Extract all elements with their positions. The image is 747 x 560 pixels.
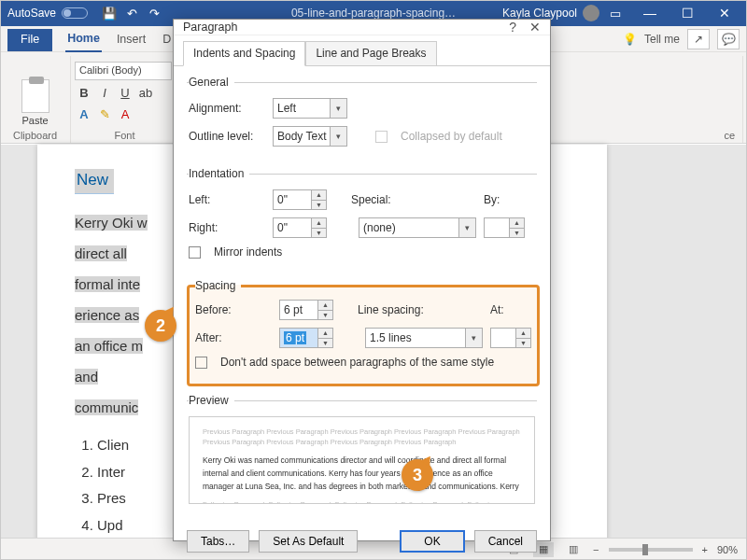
tab-line-page-breaks[interactable]: Line and Page Breaks — [305, 41, 436, 66]
line-spacing-combo[interactable]: 1.5 lines ▾ — [365, 328, 483, 348]
minimize-button[interactable]: — — [631, 0, 669, 26]
font-group: Calibri (Body) B I U ab A ✎ A Font — [71, 56, 183, 143]
italic-button[interactable]: I — [95, 83, 114, 102]
collapsed-checkbox — [375, 131, 388, 143]
after-label: After: — [195, 331, 272, 344]
heading-new: New — [75, 169, 114, 194]
left-indent-label: Left: — [189, 193, 265, 206]
before-spinner[interactable]: 6 pt ▲▼ — [279, 300, 333, 320]
zoom-slider[interactable] — [609, 548, 693, 552]
spacing-legend: Spacing — [195, 279, 241, 292]
chevron-down-icon: ▾ — [330, 99, 346, 118]
before-label: Before: — [195, 303, 272, 316]
clipboard-group: Paste Clipboard — [4, 56, 71, 143]
zoom-in-button[interactable]: + — [702, 544, 708, 555]
save-icon[interactable]: 💾 — [99, 3, 120, 23]
text-effects-button[interactable]: A — [75, 105, 93, 123]
bold-button[interactable]: B — [75, 83, 93, 102]
mirror-indents-label: Mirror indents — [214, 245, 282, 259]
alignment-combo[interactable]: Left ▾ — [273, 98, 347, 119]
preview-prev: Previous Paragraph Previous Paragraph Pr… — [203, 427, 521, 448]
collapsed-label: Collapsed by default — [401, 130, 502, 143]
at-spinner[interactable]: ▲▼ — [490, 328, 531, 348]
zoom-percent[interactable]: 90% — [717, 544, 738, 555]
maximize-button[interactable]: ☐ — [669, 0, 706, 26]
indentation-legend: Indentation — [189, 167, 249, 180]
dialog-button-row: Tabs… Set As Default OK Cancel — [174, 521, 550, 560]
quick-access-toolbar: 💾 ↶ ↷ — [95, 3, 168, 23]
web-layout-icon[interactable]: ▥ — [563, 542, 584, 557]
chevron-down-icon: ▾ — [330, 127, 346, 146]
tabs-button[interactable]: Tabs… — [187, 530, 249, 553]
autosave-label: AutoSave — [7, 7, 56, 20]
tab-file[interactable]: File — [7, 29, 52, 51]
redo-icon[interactable]: ↷ — [144, 3, 164, 23]
dialog-tabs: Indents and Spacing Line and Page Breaks — [174, 35, 550, 66]
preview-body: Kerry Oki was named communications direc… — [203, 454, 521, 494]
tab-home[interactable]: Home — [65, 28, 102, 52]
avatar[interactable] — [583, 5, 599, 21]
by-spinner[interactable]: ▲▼ — [484, 217, 525, 238]
outline-combo[interactable]: Body Text ▾ — [273, 126, 347, 147]
dialog-title: Paragraph — [183, 21, 237, 34]
dialog-body: General Alignment: Left ▾ Outline level:… — [174, 66, 550, 521]
tab-indents-spacing[interactable]: Indents and Spacing — [183, 41, 305, 66]
tell-me-icon: 💡 — [623, 33, 637, 46]
chevron-down-icon: ▾ — [458, 218, 475, 237]
font-group-label: Font — [75, 126, 175, 141]
preview-group: Preview Previous Paragraph Previous Para… — [187, 394, 537, 510]
outline-label: Outline level: — [189, 130, 265, 143]
zoom-out-button[interactable]: − — [593, 544, 599, 555]
dialog-titlebar[interactable]: Paragraph ? ✕ — [174, 20, 550, 35]
ok-button[interactable]: OK — [400, 530, 464, 553]
spacing-group: Spacing Before: 6 pt ▲▼ Line spacing: At… — [187, 279, 540, 386]
highlight-button[interactable]: ✎ — [95, 105, 114, 123]
help-icon[interactable]: ? — [509, 20, 516, 35]
clipboard-group-label: Clipboard — [7, 126, 63, 141]
group-label-trunc: ce — [724, 130, 735, 141]
close-icon[interactable]: ✕ — [529, 20, 541, 35]
autosave-toggle-icon[interactable] — [62, 7, 88, 19]
dont-add-space-checkbox[interactable] — [195, 357, 207, 369]
callout-2: 2 — [145, 310, 176, 342]
cancel-button[interactable]: Cancel — [474, 530, 537, 553]
font-name-combo[interactable]: Calibri (Body) — [75, 62, 172, 80]
tab-insert[interactable]: Insert — [115, 29, 148, 51]
comments-button[interactable]: 💬 — [717, 29, 740, 49]
callout-3: 3 — [402, 459, 433, 491]
user-name: Kayla Claypool — [502, 7, 577, 20]
special-label: Special: — [351, 193, 431, 206]
line-spacing-label: Line spacing: — [358, 303, 438, 316]
at-label: At: — [490, 303, 504, 316]
right-indent-spinner[interactable]: 0" ▲▼ — [273, 217, 327, 238]
paragraph-dialog: Paragraph ? ✕ Indents and Spacing Line a… — [173, 19, 551, 541]
step-up-icon: ▲ — [312, 190, 326, 201]
step-down-icon: ▼ — [312, 201, 326, 210]
share-button[interactable]: ↗ — [687, 29, 710, 49]
special-combo[interactable]: (none) ▾ — [359, 217, 476, 238]
tell-me-search[interactable]: Tell me — [644, 33, 680, 46]
close-button[interactable]: ✕ — [706, 0, 743, 26]
underline-button[interactable]: U — [116, 83, 134, 102]
strike-button[interactable]: ab — [136, 83, 155, 102]
tab-truncated[interactable]: D — [161, 29, 173, 51]
preview-legend: Preview — [189, 394, 234, 407]
general-group: General Alignment: Left ▾ Outline level:… — [187, 76, 537, 160]
autosave-control[interactable]: AutoSave — [0, 7, 95, 20]
left-indent-spinner[interactable]: 0" ▲▼ — [273, 189, 327, 210]
indentation-group: Indentation Left: 0" ▲▼ Special: By: Rig… — [187, 167, 537, 272]
preview-box: Previous Paragraph Previous Paragraph Pr… — [189, 416, 535, 504]
ribbon-options-icon[interactable]: ▭ — [605, 3, 626, 23]
dont-add-space-label: Don't add space between paragraphs of th… — [220, 356, 494, 369]
paste-button[interactable]: Paste — [7, 79, 63, 126]
after-spinner[interactable]: 6 pt ▲▼ — [279, 328, 333, 348]
font-color-button[interactable]: A — [116, 105, 134, 123]
preview-next: Following Paragraph Following Paragraph … — [203, 499, 521, 504]
by-label: By: — [484, 193, 500, 206]
general-legend: General — [189, 76, 234, 89]
set-default-button[interactable]: Set As Default — [259, 530, 358, 553]
undo-icon[interactable]: ↶ — [121, 3, 142, 23]
mirror-indents-checkbox[interactable] — [189, 246, 201, 259]
alignment-label: Alignment: — [189, 102, 265, 115]
right-indent-label: Right: — [189, 221, 265, 234]
